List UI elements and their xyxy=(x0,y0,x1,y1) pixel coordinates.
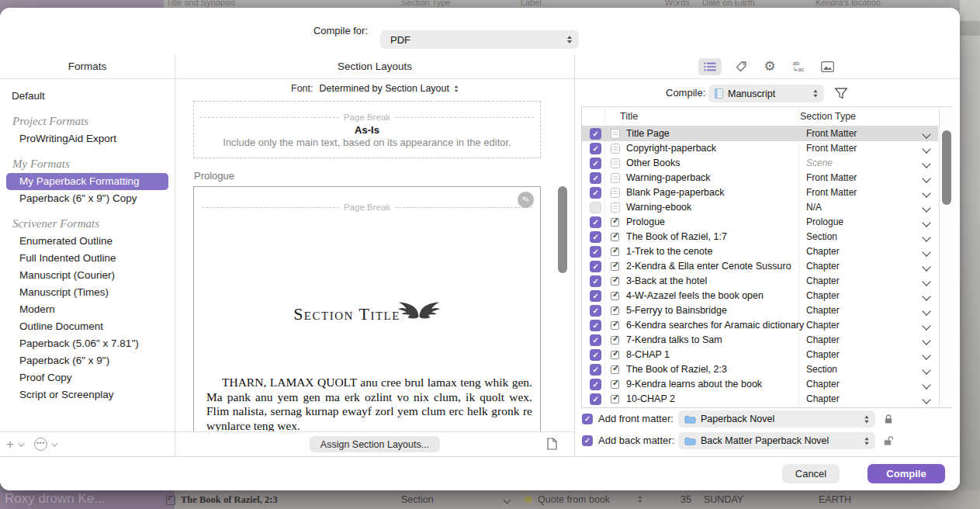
compile-group-select[interactable]: Manuscript xyxy=(708,85,824,102)
content-row[interactable]: 6-Kendra searches for Aramaic dictionary… xyxy=(582,318,938,333)
content-row[interactable]: 5-Ferryy to BainsbridgeChapter xyxy=(582,303,938,318)
include-checkbox[interactable] xyxy=(590,231,601,243)
chevron-down-icon[interactable] xyxy=(922,292,930,300)
content-row[interactable]: 1-Trek to the cenoteChapter xyxy=(582,244,938,259)
row-section-type[interactable]: N/A xyxy=(806,200,822,215)
gear-icon[interactable]: ⚙ xyxy=(760,58,779,75)
assign-section-layouts-button[interactable]: Assign Section Layouts... xyxy=(310,436,440,452)
format-item[interactable]: Modern xyxy=(0,301,175,318)
add-format-button[interactable]: + xyxy=(6,438,14,451)
chevron-down-icon[interactable] xyxy=(922,130,930,138)
row-section-type[interactable]: Chapter xyxy=(806,392,840,407)
format-item[interactable]: Manuscript (Times) xyxy=(0,284,175,301)
font-value[interactable]: Determined by Section Layout xyxy=(320,83,449,94)
format-item[interactable]: Default xyxy=(0,88,175,105)
chevron-down-icon[interactable] xyxy=(922,262,930,271)
chevron-down-icon[interactable] xyxy=(922,203,930,212)
artwork-icon[interactable] xyxy=(818,58,836,75)
include-checkbox[interactable] xyxy=(590,261,601,272)
include-checkbox[interactable] xyxy=(590,393,601,405)
row-section-type[interactable]: Scene xyxy=(806,156,833,171)
include-checkbox[interactable] xyxy=(590,334,601,346)
content-row[interactable]: 10-CHAP 2Chapter xyxy=(582,392,938,407)
content-row[interactable]: 4-W-Azazel feels the book openChapter xyxy=(582,289,938,303)
row-section-type[interactable]: Front Matter xyxy=(806,171,857,185)
format-item[interactable]: Paperback (6" x 9") xyxy=(0,352,175,369)
row-section-type[interactable]: Chapter xyxy=(806,348,840,362)
page-icon[interactable] xyxy=(547,438,557,450)
chevron-down-icon[interactable] xyxy=(922,277,930,286)
format-item[interactable]: Paperback (5.06" x 7.81") xyxy=(0,335,175,352)
compile-button[interactable]: Compile xyxy=(867,464,945,483)
include-checkbox[interactable] xyxy=(590,216,601,228)
chevron-down-icon[interactable] xyxy=(922,159,930,168)
row-section-type[interactable]: Chapter xyxy=(806,318,840,333)
chevron-down-icon[interactable] xyxy=(18,440,24,446)
format-item[interactable]: Full Indented Outline xyxy=(0,250,175,267)
include-checkbox[interactable] xyxy=(590,379,601,390)
row-section-type[interactable]: Chapter xyxy=(806,377,840,392)
contents-list-icon[interactable] xyxy=(698,58,722,75)
as-is-layout-preview[interactable]: Page Break As-Is Include only the main t… xyxy=(193,101,541,158)
prologue-layout-preview[interactable]: ✎ Page Break Section Title THARN, LAMAX … xyxy=(193,186,541,432)
include-checkbox[interactable] xyxy=(590,158,601,169)
include-checkbox[interactable] xyxy=(590,320,601,331)
include-checkbox[interactable] xyxy=(590,202,601,213)
content-row[interactable]: Other BooksScene xyxy=(582,156,938,171)
format-item[interactable]: Script or Screenplay xyxy=(0,386,175,403)
lock-closed-icon[interactable] xyxy=(884,414,893,424)
cancel-button[interactable]: Cancel xyxy=(782,464,840,483)
chevron-down-icon[interactable] xyxy=(922,174,930,182)
content-row[interactable]: Title PageFront Matter xyxy=(582,126,938,141)
chevron-down-icon[interactable] xyxy=(922,233,930,241)
row-section-type[interactable]: Front Matter xyxy=(806,126,857,141)
content-row[interactable]: 8-CHAP 1Chapter xyxy=(582,348,938,362)
content-row[interactable]: Copyright-paperbackFront Matter xyxy=(582,141,938,156)
chevron-down-icon[interactable] xyxy=(922,380,930,389)
front-matter-select[interactable]: Paperback Novel xyxy=(678,410,875,428)
row-section-type[interactable]: Section xyxy=(806,362,837,377)
chevron-down-icon[interactable] xyxy=(922,395,930,403)
format-item[interactable]: Manuscript (Courier) xyxy=(0,267,175,284)
include-checkbox[interactable] xyxy=(590,364,601,376)
content-row[interactable]: The Book of Raziel, 2:3Section xyxy=(582,362,938,377)
chevron-down-icon[interactable] xyxy=(922,189,930,197)
chevron-down-icon[interactable] xyxy=(922,321,930,330)
include-checkbox[interactable] xyxy=(590,128,601,140)
compile-for-select[interactable]: PDF xyxy=(380,30,579,49)
format-item[interactable]: Enumerated Outline xyxy=(0,233,175,250)
edit-layout-icon[interactable]: ✎ xyxy=(518,192,534,208)
front-matter-checkbox[interactable] xyxy=(582,414,593,424)
content-row[interactable]: Warning-ebookN/A xyxy=(582,200,938,215)
include-checkbox[interactable] xyxy=(590,246,601,258)
replacements-icon[interactable]: ab↳ac xyxy=(789,58,808,75)
content-row[interactable]: 9-Kendra learns about the bookChapter xyxy=(582,377,938,392)
include-checkbox[interactable] xyxy=(590,187,601,199)
row-section-type[interactable]: Chapter xyxy=(806,289,840,303)
content-row[interactable]: ProloguePrologue xyxy=(582,215,938,230)
content-row[interactable]: Blank Page-paperbackFront Matter xyxy=(582,185,938,200)
row-section-type[interactable]: Chapter xyxy=(806,333,840,348)
back-matter-select[interactable]: Back Matter Paperback Novel xyxy=(678,432,875,449)
filter-icon[interactable] xyxy=(834,88,848,99)
chevron-down-icon[interactable] xyxy=(922,248,930,256)
preview-scrollbar[interactable] xyxy=(558,99,569,432)
chevron-down-icon[interactable] xyxy=(922,306,930,315)
row-section-type[interactable]: Chapter xyxy=(806,303,840,318)
include-checkbox[interactable] xyxy=(590,172,601,184)
include-checkbox[interactable] xyxy=(590,349,601,361)
chevron-down-icon[interactable] xyxy=(51,440,57,446)
chevron-down-icon[interactable] xyxy=(922,144,930,153)
tag-icon[interactable] xyxy=(732,58,750,75)
content-row[interactable]: 2-Kendra & Ella enter Cenote SussuroChap… xyxy=(582,259,938,274)
chevron-down-icon[interactable] xyxy=(922,336,930,345)
row-section-type[interactable]: Section xyxy=(806,230,837,244)
format-options-button[interactable]: ••• xyxy=(34,438,47,451)
row-section-type[interactable]: Prologue xyxy=(806,215,843,230)
chevron-down-icon[interactable] xyxy=(922,365,930,374)
content-row[interactable]: Warning-paperbackFront Matter xyxy=(582,171,938,185)
format-item[interactable]: Outline Document xyxy=(0,318,175,335)
row-section-type[interactable]: Front Matter xyxy=(806,185,857,200)
content-row[interactable]: 7-Kendra talks to SamChapter xyxy=(582,333,938,348)
row-section-type[interactable]: Front Matter xyxy=(806,141,857,156)
